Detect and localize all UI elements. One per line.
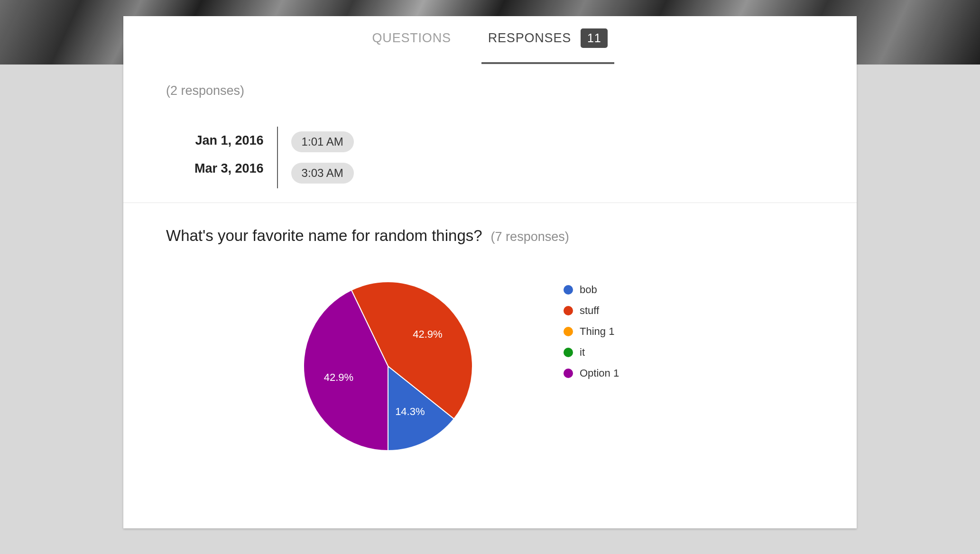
time-question-response-count: (2 responses) — [166, 83, 814, 98]
tab-questions-label: QUESTIONS — [372, 31, 451, 46]
time-responses-list: Jan 1, 2016 Mar 3, 2016 1:01 AM 3:03 AM — [166, 131, 814, 184]
pie-question-header: What's your favorite name for random thi… — [166, 227, 814, 245]
tab-responses[interactable]: RESPONSES 11 — [486, 14, 610, 62]
pie-legend: bobstuffThing 1itOption 1 — [564, 281, 619, 379]
time-question-section: (2 responses) Jan 1, 2016 Mar 3, 2016 1:… — [123, 60, 857, 203]
legend-item[interactable]: Thing 1 — [564, 325, 619, 338]
time-response-date: Jan 1, 2016 — [195, 133, 263, 148]
legend-item[interactable]: bob — [564, 284, 619, 296]
legend-color-dot — [564, 348, 573, 357]
form-responses-card: QUESTIONS RESPONSES 11 (2 responses) Jan… — [123, 16, 857, 528]
legend-color-dot — [564, 327, 573, 336]
legend-item[interactable]: it — [564, 346, 619, 359]
vertical-divider — [277, 127, 278, 188]
legend-color-dot — [564, 369, 573, 378]
pie-question-section: What's your favorite name for random thi… — [123, 203, 857, 471]
tabs-bar: QUESTIONS RESPONSES 11 — [123, 16, 857, 60]
time-responses-times-col: 1:01 AM 3:03 AM — [291, 131, 354, 184]
legend-label: Option 1 — [580, 367, 619, 379]
time-response-pill[interactable]: 3:03 AM — [291, 163, 354, 184]
legend-color-dot — [564, 306, 573, 315]
pie-chart-area: 14.3%42.9%42.9% bobstuffThing 1itOption … — [166, 245, 814, 452]
legend-label: Thing 1 — [580, 325, 614, 338]
legend-color-dot — [564, 285, 573, 295]
tab-responses-label: RESPONSES — [488, 31, 571, 46]
legend-label: bob — [580, 284, 597, 296]
time-response-date: Mar 3, 2016 — [194, 161, 264, 176]
time-responses-dates-col: Jan 1, 2016 Mar 3, 2016 — [194, 131, 264, 184]
pie-chart: 14.3%42.9%42.9% — [303, 281, 473, 452]
legend-label: it — [580, 346, 585, 359]
tab-questions[interactable]: QUESTIONS — [370, 17, 453, 60]
responses-count-badge: 11 — [581, 28, 608, 48]
time-response-pill[interactable]: 1:01 AM — [291, 131, 354, 152]
pie-question-title: What's your favorite name for random thi… — [166, 227, 482, 245]
legend-item[interactable]: stuff — [564, 305, 619, 317]
pie-question-response-count: (7 responses) — [491, 230, 569, 244]
legend-item[interactable]: Option 1 — [564, 367, 619, 379]
legend-label: stuff — [580, 305, 599, 317]
